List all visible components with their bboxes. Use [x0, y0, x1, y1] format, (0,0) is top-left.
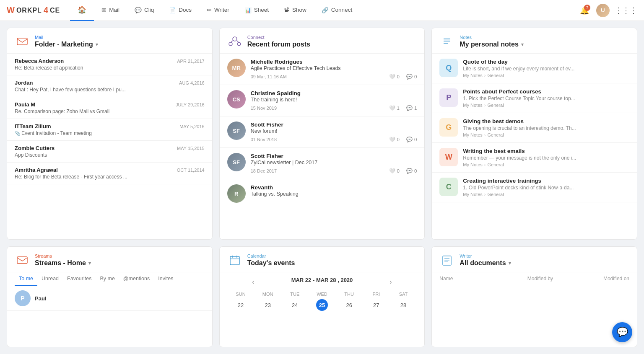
note-path-to: General: [487, 132, 504, 137]
mail-item[interactable]: ITTeam Zillum MAY 5,2016 📎Event Invitati…: [7, 119, 212, 141]
forum-avatar: R: [227, 184, 246, 203]
streams-card-header: Streams Streams - Home ▾: [7, 247, 212, 272]
forum-item[interactable]: MR Michelle Rodrigues Agile Practices of…: [220, 54, 425, 85]
forum-author: Revanth: [251, 184, 417, 191]
note-item[interactable]: W Writing the best emails Remember — you…: [432, 143, 637, 173]
streams-card: Streams Streams - Home ▾ To meUnreadFavo…: [7, 246, 213, 347]
note-path: My Notes › General: [463, 132, 629, 137]
note-item[interactable]: G Giving the best demos The opening is c…: [432, 113, 637, 143]
app-logo[interactable]: WORKPL4CE: [7, 5, 60, 15]
mail-from: Rebecca Anderson: [15, 58, 64, 64]
nav-item-home[interactable]: 🏠: [70, 0, 94, 21]
streams-section-label: Streams: [35, 253, 91, 258]
forum-topic: New forum!: [251, 128, 417, 134]
notes-header-icon-wrap: [439, 34, 454, 49]
comments-count: 0: [414, 168, 417, 173]
nav-item-show[interactable]: 📽 Show: [276, 1, 314, 20]
nav-item-cliq[interactable]: 💬 Cliq: [127, 1, 161, 20]
streams-tab-invites[interactable]: Invites: [154, 272, 177, 286]
likes-count: 0: [397, 137, 400, 142]
nav-item-sheet[interactable]: 📊 Sheet: [237, 1, 276, 20]
streams-tab-mentions[interactable]: @mentions: [119, 272, 154, 286]
connect-nav-icon: 🔗: [322, 7, 329, 13]
mail-card-title[interactable]: Folder - Marketing ▾: [35, 41, 98, 48]
home-icon: 🏠: [78, 5, 86, 14]
chat-fab-icon: 💬: [617, 327, 628, 338]
notes-section-label: Notes: [460, 35, 523, 40]
note-path-from: My Notes: [463, 162, 482, 167]
streams-tab-by-me[interactable]: By me: [96, 272, 119, 286]
note-title: Giving the best demos: [463, 118, 629, 124]
calendar-card-body: ‹ MAR 22 - MAR 28 , 2020 › SUNMONTUEWEDT…: [220, 272, 425, 347]
calendar-date[interactable]: 23: [262, 299, 274, 311]
nav-item-writer[interactable]: ✏ Writer: [199, 1, 237, 20]
forum-meta: 01 Nov 2018 🤍 0 💬 0: [251, 137, 417, 142]
streams-tab-unread[interactable]: Unread: [37, 272, 63, 286]
streams-tab-favourites[interactable]: Favourites: [63, 272, 96, 286]
calendar-date[interactable]: 27: [370, 299, 382, 311]
cliq-nav-icon: 💬: [135, 7, 142, 13]
nav-item-mail[interactable]: ✉ Mail: [94, 1, 127, 20]
mail-item[interactable]: Rebecca Anderson APR 21,2017 Re: Beta re…: [7, 54, 212, 75]
mail-header-icon-wrap: [15, 34, 30, 49]
forum-item[interactable]: SF Scott Fisher New forum! 01 Nov 2018 🤍…: [220, 116, 425, 148]
forum-item[interactable]: CS Christine Spalding The training is he…: [220, 85, 425, 116]
mail-nav-label: Mail: [109, 7, 119, 13]
note-path-to: General: [487, 73, 504, 78]
notes-card-header: Notes My personal notes ▾: [432, 28, 637, 54]
forum-author: Scott Fisher: [251, 121, 417, 128]
calendar-date[interactable]: 22: [235, 299, 247, 311]
note-preview: Life is short, and if we enjoy every mom…: [463, 66, 629, 72]
apps-grid-icon[interactable]: ⋮⋮⋮: [615, 6, 637, 15]
sheet-nav-label: Sheet: [254, 7, 269, 13]
user-avatar[interactable]: U: [596, 4, 610, 17]
notification-button[interactable]: 🔔 7: [578, 4, 591, 17]
connect-section-label: Connect: [247, 35, 310, 40]
streams-card-title[interactable]: Streams - Home ▾: [35, 259, 91, 267]
notes-card-title[interactable]: My personal notes ▾: [460, 41, 523, 48]
calendar-day-label: THU: [335, 290, 363, 298]
mail-from: ITTeam Zillum: [15, 123, 51, 129]
writer-card-title[interactable]: All documents ▾: [460, 259, 511, 267]
calendar-prev-button[interactable]: ‹: [249, 276, 257, 287]
calendar-icon: [229, 254, 241, 266]
note-item[interactable]: C Creating interactive trainings 1. Old …: [432, 173, 637, 202]
mail-from: Zombie Cutters: [15, 145, 55, 151]
forum-avatar: SF: [227, 121, 246, 140]
path-separator-icon: ›: [484, 192, 486, 197]
calendar-next-button[interactable]: ›: [386, 276, 395, 287]
nav-item-connect[interactable]: 🔗 Connect: [314, 1, 360, 20]
docs-nav-icon: 📄: [169, 7, 176, 13]
note-item[interactable]: Q Quote of the day Life is short, and if…: [432, 54, 637, 83]
forum-meta: 09 Mar, 11:16 AM 🤍 0 💬 0: [251, 74, 417, 80]
nav-item-docs[interactable]: 📄 Docs: [161, 1, 199, 20]
forum-likes: 🤍 0: [389, 168, 400, 174]
calendar-date[interactable]: 26: [343, 299, 355, 311]
mail-item[interactable]: Zombie Cutters MAY 15,2015 App Discounts: [7, 141, 212, 163]
calendar-range: MAR 22 - MAR 28 , 2020: [291, 277, 353, 283]
chat-fab-button[interactable]: 💬: [612, 322, 632, 342]
forum-author: Michelle Rodrigues: [251, 59, 417, 65]
calendar-date[interactable]: 24: [289, 299, 301, 311]
forum-item[interactable]: SF Scott Fisher ZylCal newsletter | Dec …: [220, 148, 425, 179]
streams-icon: [16, 253, 29, 267]
stream-item[interactable]: P Paul: [7, 286, 212, 311]
connect-header-icon-wrap: [227, 34, 242, 49]
streams-tab-to-me[interactable]: To me: [15, 272, 37, 286]
mail-from: Jordan: [15, 80, 33, 86]
mail-item[interactable]: Jordan AUG 4,2016 Chat : Hey Pat, I have…: [7, 75, 212, 97]
calendar-date[interactable]: 25: [316, 299, 328, 311]
mail-item[interactable]: Amritha Agrawal OCT 11,2014 Re: Blog for…: [7, 163, 212, 184]
mail-item[interactable]: Paula M JULY 29,2016 Re. Comparison page…: [7, 97, 212, 119]
note-content: Points about Perfect courses 1. Pick the…: [463, 88, 629, 108]
note-item[interactable]: P Points about Perfect courses 1. Pick t…: [432, 83, 637, 113]
forum-topic: The training is here!: [251, 97, 417, 103]
writer-nav-label: Writer: [214, 7, 229, 13]
writer-card-body: Name Modified by Modified on: [432, 272, 637, 347]
connect-card-body: MR Michelle Rodrigues Agile Practices of…: [220, 54, 425, 239]
forum-item[interactable]: R Revanth Talking vs. Speaking: [220, 179, 425, 208]
comments-count: 0: [414, 137, 417, 142]
calendar-date[interactable]: 28: [397, 299, 409, 311]
nav-right: 🔔 7 U ⋮⋮⋮: [578, 4, 637, 17]
forum-comments: 💬 1: [406, 105, 417, 111]
